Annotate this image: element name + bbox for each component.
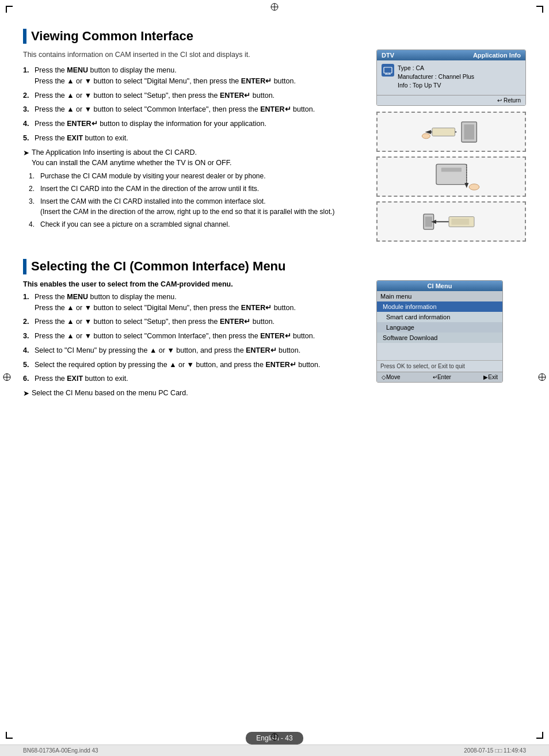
reg-mark-bottom	[270, 732, 279, 743]
app-info-body: Type : CA Manufacturer : Channel Plus In…	[377, 60, 525, 95]
step-1-3-num: 3.	[23, 104, 35, 115]
step-1-1: 1. Press the MENU button to display the …	[23, 65, 365, 87]
section1-intro: This contains information on CAM inserte…	[23, 49, 365, 60]
svg-rect-13	[436, 164, 467, 184]
info-line: Info : Top Up TV	[398, 81, 474, 90]
info-icon-row: Type : CA Manufacturer : Channel Plus In…	[382, 64, 521, 89]
step-1-4-num: 4.	[23, 119, 35, 129]
step-1-4-content: Press the ENTER↵ button to display the i…	[35, 119, 365, 129]
sub-step-4: 4. Check if you can see a picture on a s…	[29, 219, 365, 230]
section1-right: DTV Application Info	[376, 49, 526, 242]
blue-bar-2	[23, 259, 26, 274]
ci-menu-body: Main menu Module information Smart card …	[377, 291, 502, 372]
section2-content: This enables the user to select from the…	[23, 280, 526, 402]
svg-rect-8	[464, 124, 474, 139]
sub-step-3-num: 3.	[29, 196, 40, 217]
step-1-5-content: Press the EXIT button to exit.	[35, 133, 365, 144]
step-1-5-num: 5.	[23, 133, 35, 144]
ci-menu-language[interactable]: Language	[377, 322, 502, 333]
step-2-4-content: Select to "CI Menu" by pressing the ▲ or…	[35, 345, 365, 356]
section1-title: Viewing Common Interface	[31, 29, 193, 44]
section2-steps: 1. Press the MENU button to display the …	[23, 292, 365, 384]
footer-exit: ▶Exit	[483, 374, 498, 380]
section1-note-text: The Application Info inserting is about …	[32, 147, 231, 169]
step-2-1-num: 1.	[23, 292, 35, 314]
section2-bold-intro: This enables the user to select from the…	[23, 280, 365, 288]
return-label: ↩ Return	[497, 97, 521, 104]
svg-marker-16	[464, 183, 468, 188]
step-2-6-num: 6.	[23, 373, 35, 384]
manufacturer-line: Manufacturer : Channel Plus	[398, 72, 474, 81]
step-2-4: 4. Select to "CI Menu" by pressing the ▲…	[23, 345, 365, 356]
step-2-2: 2. Press the ▲ or ▼ button to select "Se…	[23, 316, 365, 327]
corner-mark-tr	[536, 6, 543, 13]
section1-steps: 1. Press the MENU button to display the …	[23, 65, 365, 144]
step-1-1-content: Press the MENU button to display the men…	[35, 65, 365, 87]
reg-mark-top	[270, 2, 279, 13]
cam-diagram-3	[376, 201, 526, 242]
section2-title: Selecting the CI (Common Interface) Menu	[31, 259, 286, 274]
ci-menu-smart-card[interactable]: Smart card information	[377, 312, 502, 322]
step-1-4: 4. Press the ENTER↵ button to display th…	[23, 119, 365, 129]
cam-diagram-1	[376, 112, 526, 152]
svg-rect-14	[441, 168, 461, 172]
reg-mark-right	[537, 373, 547, 384]
section2-note-text: Select the CI Menu based on the menu PC …	[32, 388, 188, 399]
footer-move: ◇Move	[382, 374, 400, 380]
app-info-header-title: Application Info	[473, 52, 521, 59]
tv-icon	[382, 64, 394, 77]
sub-step-3-text: Insert the CAM with the CI CARD installe…	[40, 196, 335, 217]
section2-left: This enables the user to select from the…	[23, 280, 365, 402]
app-info-panel: DTV Application Info	[376, 49, 526, 106]
step-2-4-num: 4.	[23, 345, 35, 356]
cam-diagrams	[376, 112, 526, 242]
blue-bar-1	[23, 29, 26, 44]
sub-step-4-num: 4.	[29, 219, 40, 230]
bottom-right-meta: 2008-07-15 □□ 11:49:43	[464, 747, 526, 754]
step-1-3-content: Press the ▲ or ▼ button to select "Commo…	[35, 104, 365, 115]
section1: Viewing Common Interface This contains i…	[23, 29, 526, 242]
section1-sub-list: 1. Purchase the CI CAM module by visitin…	[29, 171, 365, 230]
step-2-3-content: Press the ▲ or ▼ button to select "Commo…	[35, 331, 365, 342]
section1-left: This contains information on CAM inserte…	[23, 49, 365, 242]
sub-step-2-text: Insert the CI CARD into the CAM in the d…	[40, 184, 259, 194]
step-2-3: 3. Press the ▲ or ▼ button to select "Co…	[23, 331, 365, 342]
ci-menu-header: CI Menu	[377, 281, 502, 291]
section2-right: CI Menu Main menu Module information Sma…	[376, 280, 526, 402]
step-2-2-content: Press the ▲ or ▼ button to select "Setup…	[35, 316, 365, 327]
svg-rect-11	[432, 128, 455, 136]
section1-title-bar: Viewing Common Interface	[23, 29, 526, 44]
ci-menu-software-download[interactable]: Software Download	[377, 333, 502, 343]
step-2-3-num: 3.	[23, 331, 35, 342]
ci-menu-footer: ◇Move ↵Enter ▶Exit	[377, 372, 502, 382]
step-1-2-num: 2.	[23, 90, 35, 101]
step-2-6-content: Press the EXIT button to exit.	[35, 373, 365, 384]
note-arrow-2: ➤	[23, 388, 29, 399]
ci-menu-main-menu[interactable]: Main menu	[377, 291, 502, 301]
step-2-2-num: 2.	[23, 316, 35, 327]
step-1-5: 5. Press the EXIT button to exit.	[23, 133, 365, 144]
step-1-1-num: 1.	[23, 65, 35, 87]
sub-step-1: 1. Purchase the CI CAM module by visitin…	[29, 171, 365, 181]
sub-step-1-text: Purchase the CI CAM module by visiting y…	[40, 171, 266, 181]
section1-note: ➤ The Application Info inserting is abou…	[23, 147, 365, 169]
svg-rect-3	[384, 67, 392, 73]
sub-step-3: 3. Insert the CAM with the CI CARD insta…	[29, 196, 365, 217]
step-1-2-content: Press the ▲ or ▼ button to select "Setup…	[35, 90, 365, 101]
app-info-header: DTV Application Info	[377, 50, 525, 60]
step-1-3: 3. Press the ▲ or ▼ button to select "Co…	[23, 104, 365, 115]
sub-step-2-num: 2.	[29, 184, 40, 194]
step-2-5: 5. Select the required option by pressin…	[23, 360, 365, 371]
note-arrow-1: ➤	[23, 147, 29, 159]
step-2-6: 6. Press the EXIT button to exit.	[23, 373, 365, 384]
ci-menu-status: Press OK to select, or Exit to quit	[377, 360, 502, 372]
ci-menu-module-info[interactable]: Module information	[377, 301, 502, 312]
type-line: Type : CA	[398, 64, 474, 72]
footer-enter: ↵Enter	[433, 374, 451, 380]
section2: Selecting the CI (Common Interface) Menu…	[23, 259, 526, 401]
ci-menu-panel: CI Menu Main menu Module information Sma…	[376, 280, 503, 383]
ci-menu-spacer	[377, 343, 502, 360]
svg-rect-23	[451, 219, 469, 225]
corner-mark-tl	[6, 6, 13, 13]
step-2-5-num: 5.	[23, 360, 35, 371]
